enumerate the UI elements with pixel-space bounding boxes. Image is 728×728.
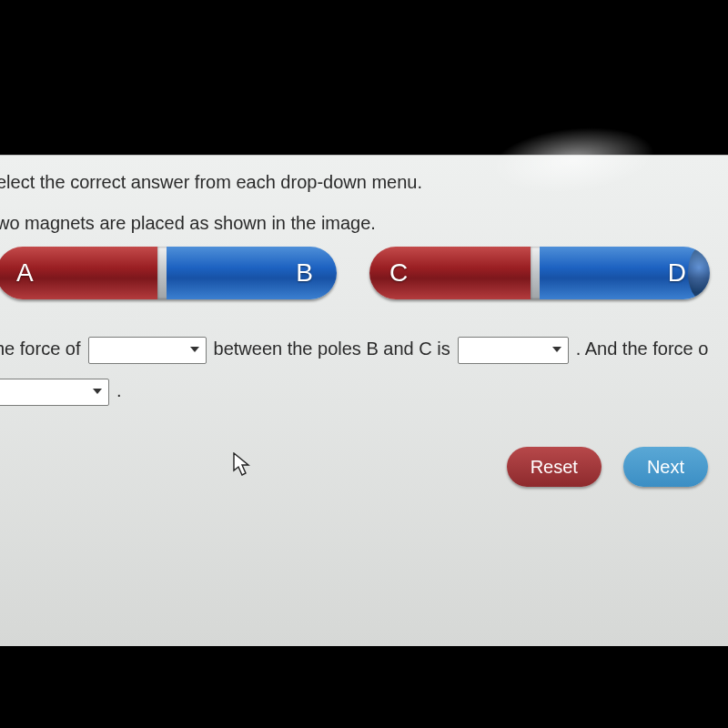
dropdown-third[interactable] xyxy=(0,379,109,406)
dropdown-force-result[interactable] xyxy=(458,337,569,364)
dropdown-force-type[interactable] xyxy=(88,337,207,364)
pole-label-c: C xyxy=(389,258,408,288)
letterbox-top xyxy=(0,0,728,155)
fill-in-sentence-line2: . xyxy=(0,372,728,409)
next-button[interactable]: Next xyxy=(623,447,708,487)
magnet-2: C D xyxy=(369,247,710,299)
magnet-1: A B xyxy=(0,247,337,299)
magnet-1-pole-a: A xyxy=(0,247,167,299)
fill-in-sentence: he force of between the poles B and C is… xyxy=(0,330,728,367)
letterbox-bottom xyxy=(0,646,728,728)
sentence-part-4: . xyxy=(116,372,122,409)
instruction-text-2: wo magnets are placed as shown in the im… xyxy=(0,213,728,234)
sentence-part-1: he force of xyxy=(0,330,81,367)
pole-label-a: A xyxy=(16,258,34,288)
reset-button[interactable]: Reset xyxy=(507,447,602,487)
sentence-part-2: between the poles B and C is xyxy=(214,330,450,367)
magnet-2-endcap xyxy=(688,247,710,299)
magnets-row: A B C D xyxy=(0,247,728,299)
magnet-2-pole-d: D xyxy=(540,247,710,299)
magnet-2-pole-c: C xyxy=(369,247,540,299)
dropdown-wrap-3 xyxy=(0,372,109,409)
buttons-row: Reset Next xyxy=(507,447,708,487)
magnet-1-pole-b: B xyxy=(167,247,337,299)
question-panel: elect the correct answer from each drop-… xyxy=(0,155,728,646)
pole-label-d: D xyxy=(668,258,686,288)
sentence-part-3: . And the force o xyxy=(576,330,709,367)
dropdown-wrap-2 xyxy=(458,330,569,367)
dropdown-wrap-1 xyxy=(88,330,207,367)
cursor-icon xyxy=(233,452,251,478)
pole-label-b: B xyxy=(296,258,313,288)
instruction-text-1: elect the correct answer from each drop-… xyxy=(0,172,728,193)
